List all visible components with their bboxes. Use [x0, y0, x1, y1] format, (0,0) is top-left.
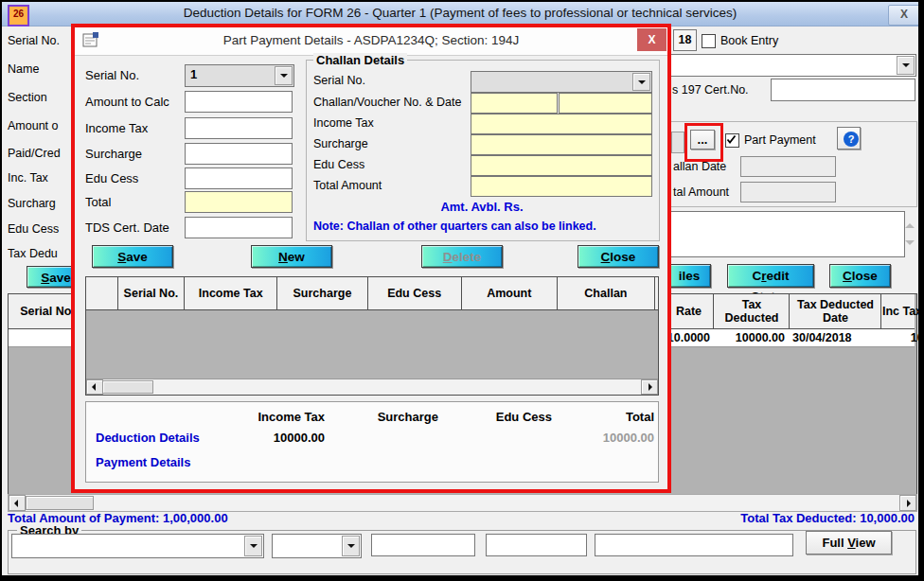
book-entry-label: Book Entry: [720, 34, 778, 47]
grid-col-cert[interactable]: Ce: [655, 277, 658, 309]
m-total-label: Total: [85, 195, 111, 209]
c-surcharge-input[interactable]: [471, 134, 652, 155]
modal-title: Part Payment Details - ASDPA1234Q; Secti…: [75, 33, 667, 47]
label-tax-deducted: Tax Dedu: [8, 247, 58, 260]
frame-bottom: [0, 575, 924, 581]
grid-col-serial[interactable]: Serial No.: [118, 277, 185, 309]
m-total-input[interactable]: [185, 191, 293, 213]
m-surcharge-input[interactable]: [185, 143, 293, 165]
grid-header-row: Serial No. Income Tax Surcharge Edu Cess…: [86, 277, 658, 310]
c-educess-input[interactable]: [471, 155, 652, 176]
m-close-button[interactable]: Close: [578, 245, 659, 268]
sum-h-surcharge: Surcharge: [332, 410, 438, 424]
m-amount-input[interactable]: [185, 91, 293, 113]
modal-close-button[interactable]: X: [637, 28, 666, 51]
label-surcharge: Surcharg: [8, 197, 56, 210]
chevron-down-icon[interactable]: [632, 73, 650, 91]
m-educess-input[interactable]: [185, 167, 293, 189]
search-input-1[interactable]: [371, 534, 475, 556]
deduction-details-link[interactable]: Deduction Details: [96, 431, 200, 445]
part-payment-grid[interactable]: Serial No. Income Tax Surcharge Edu Cess…: [85, 276, 659, 396]
cert-197-label: s 197 Cert.No.: [672, 83, 749, 97]
search-input-2[interactable]: [486, 534, 587, 556]
search-input-3[interactable]: [595, 534, 793, 556]
c-income-input[interactable]: [471, 114, 652, 134]
remarks-textarea[interactable]: [666, 211, 905, 257]
window-close-button[interactable]: X: [888, 5, 920, 26]
m-delete-button[interactable]: Delete: [421, 245, 503, 268]
m-tds-label: TDS Cert. Date: [85, 220, 169, 235]
m-serial-label: Serial No.: [85, 68, 139, 82]
grid-h-scrollbar[interactable]: [86, 379, 658, 395]
help-button[interactable]: ?: [837, 127, 861, 150]
grid-col-selector[interactable]: [86, 277, 118, 309]
scrollbar-thumb[interactable]: [26, 496, 94, 510]
m-new-button[interactable]: New: [251, 245, 332, 268]
date-field-fragment[interactable]: 18: [673, 29, 697, 51]
window-title: Deduction Details for FORM 26 - Quarter …: [2, 6, 918, 20]
grid-col-challan[interactable]: Challan: [558, 277, 655, 309]
label-inc-tax: Inc. Tax: [8, 171, 48, 185]
label-section: Section: [8, 91, 47, 104]
m-income-label: Income Tax: [85, 121, 148, 135]
chevron-down-icon[interactable]: [342, 536, 360, 556]
grid-col-surcharge[interactable]: Surcharge: [277, 277, 367, 309]
ellipsis-button[interactable]: ...: [690, 130, 715, 150]
scrollbar-thumb[interactable]: [102, 380, 153, 394]
c-voucher-no-input[interactable]: [471, 93, 558, 114]
c-voucher-date-input[interactable]: [559, 93, 652, 114]
part-payment-label: Part Payment: [744, 133, 816, 147]
sum-r1-income: 10000.00: [219, 431, 325, 445]
scroll-left-icon[interactable]: [9, 495, 26, 511]
m-tds-input[interactable]: [185, 217, 293, 238]
part-payment-checkbox[interactable]: [725, 133, 739, 148]
challan-note-text: Note: Challan of other quarters can also…: [313, 220, 596, 233]
payment-details-link[interactable]: Payment Details: [96, 455, 190, 469]
sum-r1-total: 10000.00: [548, 431, 654, 445]
checkmark-icon: [726, 134, 737, 145]
m-save-button[interactable]: Save: [92, 245, 173, 268]
m-income-input[interactable]: [185, 117, 293, 139]
col-inc-tax[interactable]: Inc Tax: [880, 294, 923, 328]
search-combobox-2[interactable]: [272, 534, 362, 558]
total-amount-label: tal Amount: [673, 185, 729, 199]
total-deducted-text: Total Tax Deducted: 10,000.00: [612, 511, 915, 525]
col-tax-deducted-date[interactable]: Tax Deducted Date: [789, 294, 881, 328]
c-total-input[interactable]: [471, 176, 652, 197]
modal-title-bar[interactable]: Part Payment Details - ASDPA1234Q; Secti…: [75, 27, 667, 56]
name-combobox[interactable]: [666, 54, 916, 77]
credit-status-button[interactable]: Credit Status: [727, 264, 814, 288]
sum-h-total: Total: [548, 410, 654, 424]
label-name: Name: [8, 62, 39, 76]
col-tax-deducted[interactable]: Tax Deducted: [713, 294, 790, 328]
scroll-left-icon[interactable]: [86, 379, 103, 395]
clipped-combobox-fragment[interactable]: [671, 132, 684, 153]
grid-col-educess[interactable]: Edu Cess: [368, 277, 462, 309]
chevron-down-icon[interactable]: [275, 66, 293, 85]
scroll-right-icon[interactable]: [899, 495, 916, 511]
bg-close-button[interactable]: Close: [829, 264, 891, 288]
bg-h-scrollbar[interactable]: [8, 494, 917, 512]
c-serial-combobox[interactable]: [471, 71, 652, 93]
scroll-down-icon[interactable]: [905, 240, 915, 250]
grid-col-amount[interactable]: Amount: [462, 277, 558, 309]
frame-right: [918, 0, 924, 581]
m-serial-value: 1: [190, 67, 197, 81]
full-view-button[interactable]: Full View: [806, 531, 892, 555]
c-income-label: Income Tax: [313, 116, 374, 130]
m-serial-combobox[interactable]: 1: [185, 64, 294, 87]
cert-197-input[interactable]: [771, 79, 915, 101]
grid-col-income[interactable]: Income Tax: [185, 277, 277, 309]
frame-left: [0, 0, 2, 581]
total-amount-input[interactable]: [740, 182, 836, 202]
label-paid-credited: Paid/Cred: [8, 147, 61, 160]
challan-date-input[interactable]: [740, 156, 836, 177]
book-entry-checkbox[interactable]: [702, 34, 716, 48]
scroll-up-icon[interactable]: [905, 219, 915, 228]
chevron-down-icon[interactable]: [897, 56, 915, 75]
c-total-label: Total Amount: [313, 179, 382, 192]
chevron-down-icon[interactable]: [244, 536, 262, 556]
files-button[interactable]: iles: [667, 264, 711, 288]
search-combobox-1[interactable]: [11, 534, 264, 558]
scroll-right-icon[interactable]: [641, 379, 658, 395]
